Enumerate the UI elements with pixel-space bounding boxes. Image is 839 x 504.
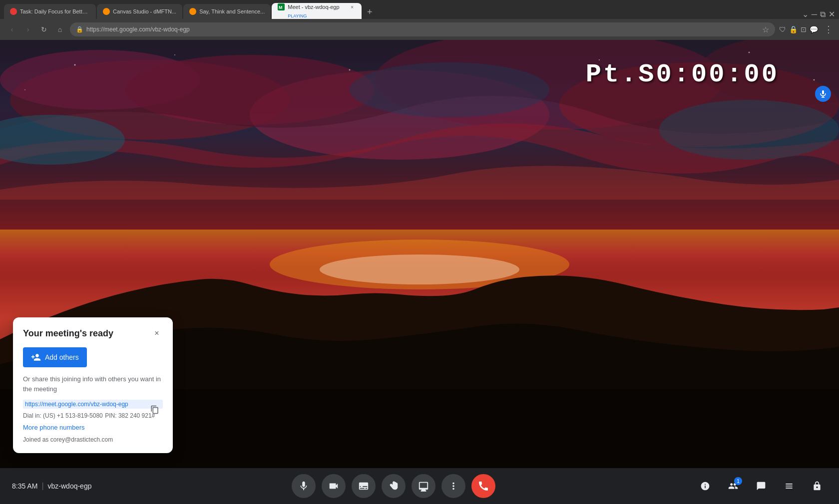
- bottom-center-controls: [292, 474, 495, 498]
- video-area: Pt.S0:00:00 Your meeting's ready ×: [0, 40, 839, 468]
- chat-button[interactable]: [751, 476, 771, 496]
- tab-4-close[interactable]: ×: [349, 3, 356, 10]
- home-button[interactable]: ⌂: [54, 23, 66, 35]
- browser-tabs: Task: Daily Focus for Better Pi... Canva…: [0, 0, 839, 19]
- chat-ext-icon: 💬: [810, 25, 818, 33]
- tab-4-playing: PLAYING: [288, 13, 307, 18]
- extensions-area: 🛡 🔒 ⊡ 💬: [779, 25, 818, 33]
- tab-list-icon[interactable]: ⌄: [802, 9, 809, 19]
- tab-2-icon: [103, 8, 110, 15]
- svg-point-22: [814, 79, 815, 81]
- card-close-button[interactable]: ×: [151, 327, 163, 339]
- mic-button[interactable]: [292, 474, 316, 498]
- tab-1-label: Task: Daily Focus for Better Pi...: [20, 8, 90, 14]
- main-content: Pt.S0:00:00 Your meeting's ready ×: [0, 40, 839, 504]
- browser-toolbar: ‹ › ↻ ⌂ 🔒 https://meet.google.com/vbz-wd…: [0, 19, 839, 40]
- tab-3-label: Say, Think and Sentence...: [199, 8, 265, 14]
- security-icon: 🔒: [76, 26, 83, 33]
- svg-text:M: M: [279, 5, 283, 10]
- people-badge: 1: [734, 477, 742, 485]
- camera-button[interactable]: [322, 474, 346, 498]
- new-tab-button[interactable]: +: [363, 5, 377, 19]
- restore-icon[interactable]: ⧉: [820, 10, 826, 19]
- minimize-icon[interactable]: ─: [812, 10, 817, 19]
- bottom-bar: 8:35 AM | vbz-wdoq-egp: [0, 468, 839, 504]
- card-header: Your meeting's ready ×: [23, 327, 163, 339]
- tab-2[interactable]: Canvas Studio - dMFTN...: [97, 4, 182, 19]
- svg-rect-23: [822, 90, 824, 94]
- present-button[interactable]: [412, 474, 435, 498]
- tab-3-icon: [189, 8, 196, 15]
- bottom-left-info: 8:35 AM | vbz-wdoq-egp: [12, 482, 91, 491]
- svg-point-15: [320, 254, 519, 284]
- window-close-icon[interactable]: ✕: [829, 9, 835, 19]
- more-phone-numbers-link[interactable]: More phone numbers: [23, 424, 163, 431]
- add-person-icon: [31, 352, 41, 362]
- share-text: Or share this joining info with others y…: [23, 374, 163, 394]
- add-others-button[interactable]: Add others: [23, 347, 87, 367]
- people-button[interactable]: 1: [723, 476, 743, 496]
- current-time: 8:35 AM: [12, 482, 37, 490]
- bottom-right-controls: 1: [695, 476, 827, 496]
- browser-chrome: Task: Daily Focus for Better Pi... Canva…: [0, 0, 839, 40]
- mic-active-indicator: [815, 86, 831, 102]
- video-background: Pt.S0:00:00 Your meeting's ready ×: [0, 40, 839, 468]
- captions-button[interactable]: [352, 474, 376, 498]
- tab-3[interactable]: Say, Think and Sentence...: [183, 4, 271, 19]
- meeting-ready-card: Your meeting's ready × Add others Or sha…: [13, 317, 173, 453]
- joining-info: https://meet.google.com/vbz-wdoq-egp Dia…: [23, 400, 163, 420]
- reload-button[interactable]: ↻: [38, 23, 50, 35]
- end-call-button[interactable]: [471, 474, 495, 498]
- back-button[interactable]: ‹: [6, 23, 18, 35]
- joined-as-text: Joined as corey@drastictech.com: [23, 436, 163, 443]
- meeting-timer: Pt.S0:00:00: [586, 60, 779, 89]
- tab-4-icon: M: [278, 3, 285, 10]
- lock-button[interactable]: [807, 476, 827, 496]
- copy-info-button[interactable]: [147, 400, 163, 420]
- shield-icon: 🛡: [779, 25, 786, 33]
- raise-hand-button[interactable]: [382, 474, 406, 498]
- address-text: https://meet.google.com/vbz-wdoq-egp: [86, 26, 759, 33]
- svg-point-11: [659, 100, 839, 160]
- tab-2-label: Canvas Studio - dMFTN...: [113, 8, 176, 14]
- tab-1-icon: [10, 8, 17, 15]
- more-options-button[interactable]: [441, 474, 465, 498]
- lock-ext-icon: 🔒: [789, 25, 798, 33]
- star-icon[interactable]: ☆: [762, 25, 769, 34]
- svg-point-18: [349, 69, 351, 71]
- tab-1[interactable]: Task: Daily Focus for Better Pi...: [4, 4, 96, 19]
- screen-share-icon: ⊡: [801, 25, 807, 33]
- forward-button[interactable]: ›: [22, 23, 34, 35]
- meeting-id-display: vbz-wdoq-egp: [48, 482, 92, 490]
- svg-point-16: [74, 64, 76, 66]
- tab-4-label: Meet - vbz-wdoq-egp: [288, 4, 346, 10]
- activities-button[interactable]: [779, 476, 799, 496]
- svg-point-21: [24, 89, 25, 90]
- phone-line-1: Dial in: (US) +1 513-819-5080: [23, 412, 103, 419]
- info-button[interactable]: [695, 476, 715, 496]
- svg-point-20: [749, 52, 750, 53]
- svg-point-17: [174, 54, 175, 55]
- add-others-label: Add others: [45, 353, 79, 361]
- address-bar[interactable]: 🔒 https://meet.google.com/vbz-wdoq-egp ☆: [70, 22, 775, 36]
- tab-controls: ⌄ ─ ⧉ ✕: [802, 9, 835, 19]
- tab-4-active[interactable]: M Meet - vbz-wdoq-egp × PLAYING: [272, 3, 362, 19]
- browser-menu-button[interactable]: ⋮: [824, 24, 833, 35]
- meeting-link[interactable]: https://meet.google.com/vbz-wdoq-egp: [23, 400, 163, 409]
- time-separator: |: [41, 482, 43, 491]
- svg-point-12: [350, 62, 549, 117]
- card-title: Your meeting's ready: [23, 328, 113, 339]
